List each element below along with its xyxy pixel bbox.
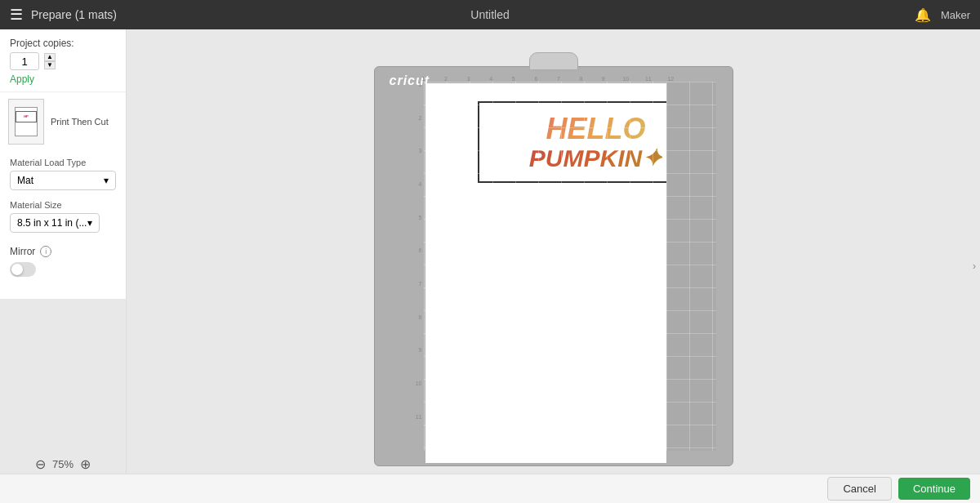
- mirror-label: Mirror: [10, 246, 35, 257]
- material-size-section: Material Size 8.5 in x 11 in (... ▾: [0, 197, 126, 239]
- ruler-num-5: 5: [512, 76, 515, 82]
- ruler-num-11: 11: [645, 76, 652, 82]
- ruler-left-1: 1: [419, 82, 422, 87]
- mirror-info-icon[interactable]: i: [40, 246, 51, 257]
- ruler-left-8: 8: [419, 314, 422, 320]
- material-load-label: Material Load Type: [10, 158, 116, 167]
- material-load-dropdown[interactable]: Mat ▾: [10, 171, 116, 190]
- material-load-section: Material Load Type Mat ▾: [0, 151, 126, 197]
- material-size-label: Material Size: [10, 200, 116, 210]
- copies-up-button[interactable]: ▲: [44, 53, 56, 61]
- ruler-num-7: 7: [557, 76, 560, 82]
- continue-button[interactable]: Continue: [898, 478, 970, 500]
- mat-type-label: Print Then Cut: [51, 116, 109, 127]
- size-option-label: 8.5 in x 11 in (...: [17, 217, 87, 229]
- canvas-area: cricut 1 2 3 4 5 6 7 8 9 10 11 12 1 2 3: [127, 29, 980, 503]
- chevron-down-icon: ▾: [104, 175, 109, 186]
- ruler-num-8: 8: [580, 76, 583, 82]
- ruler-left-10: 10: [416, 381, 422, 386]
- zoom-bar: ⊖ 75% ⊕: [0, 456, 126, 472]
- resize-arrow[interactable]: ›: [973, 260, 976, 272]
- ruler-num-4: 4: [489, 76, 492, 82]
- apply-button[interactable]: Apply: [10, 73, 116, 85]
- cricut-mat: cricut 1 2 3 4 5 6 7 8 9 10 11 12 1 2 3: [374, 66, 733, 466]
- bottom-bar: Cancel Continue: [0, 474, 980, 503]
- ruler-num-10: 10: [622, 76, 629, 82]
- material-size-dropdown[interactable]: 8.5 in x 11 in (... ▾: [10, 213, 100, 233]
- zoom-in-button[interactable]: ⊕: [80, 456, 91, 472]
- mirror-section: Mirror i: [0, 239, 126, 283]
- main-layout: Project copies: ▲ ▼ Apply HP Print: [0, 29, 980, 503]
- maker-label: Maker: [941, 9, 970, 21]
- ruler-left-5: 5: [419, 215, 422, 220]
- copies-input[interactable]: [10, 52, 39, 70]
- zoom-percent: 75%: [52, 458, 74, 470]
- right-grid: [666, 82, 716, 451]
- mat-thumb-inner: HP: [15, 107, 38, 136]
- ruler-num-9: 9: [602, 76, 605, 82]
- ruler-num-6: 6: [534, 76, 537, 82]
- mat-option-label: Mat: [17, 175, 33, 186]
- ruler-left-7: 7: [419, 281, 422, 287]
- mat-thumbnail-section: HP Print Then Cut: [0, 92, 126, 151]
- ruler-left: 1 2 3 4 5 6 7 8 9 10 11: [409, 82, 424, 451]
- copies-section: Project copies: ▲ ▼ Apply: [0, 29, 126, 92]
- ruler-num-3: 3: [467, 76, 470, 82]
- ruler-left-9: 9: [419, 347, 422, 353]
- copies-label: Project copies:: [10, 38, 116, 49]
- ruler-num-1: 1: [422, 76, 425, 82]
- cancel-button[interactable]: Cancel: [827, 477, 891, 501]
- topbar-title: Prepare (1 mats): [31, 8, 117, 21]
- zoom-out-button[interactable]: ⊖: [35, 456, 46, 472]
- ruler-left-6: 6: [419, 247, 422, 253]
- topbar-center-title: Untitled: [470, 8, 509, 21]
- copies-down-button[interactable]: ▼: [44, 61, 56, 69]
- ruler-num-12: 12: [667, 76, 674, 82]
- mat-thumbnail: HP: [8, 99, 44, 145]
- mirror-toggle[interactable]: [10, 262, 36, 277]
- ruler-left-11: 11: [416, 414, 422, 420]
- ruler-num-2: 2: [444, 76, 448, 82]
- copies-spinner: ▲ ▼: [44, 53, 56, 69]
- ruler-left-2: 2: [419, 115, 422, 121]
- sidebar: Project copies: ▲ ▼ Apply HP Print: [0, 29, 127, 503]
- bell-icon[interactable]: 🔔: [915, 7, 931, 23]
- ruler-left-3: 3: [419, 148, 422, 154]
- sidebar-bottom: [0, 299, 126, 503]
- chevron-down-icon-2: ▾: [87, 217, 92, 229]
- menu-icon[interactable]: ☰: [10, 6, 23, 24]
- ruler-top: 1 2 3 4 5 6 7 8 9 10 11 12: [424, 67, 716, 82]
- topbar: ☰ Prepare (1 mats) Untitled 🔔 Maker: [0, 0, 980, 29]
- ruler-left-4: 4: [419, 181, 422, 187]
